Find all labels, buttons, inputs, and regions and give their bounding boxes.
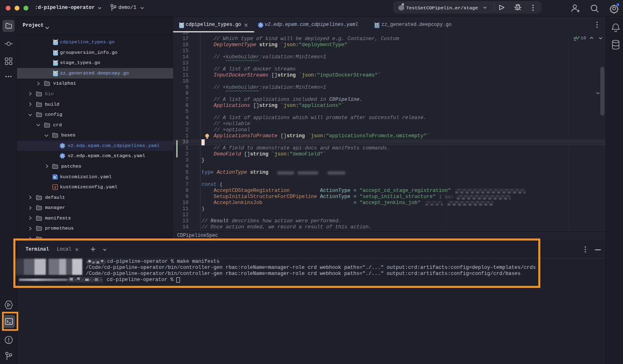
svg-text:K: K [54, 175, 56, 179]
svg-text:Y: Y [54, 185, 57, 189]
